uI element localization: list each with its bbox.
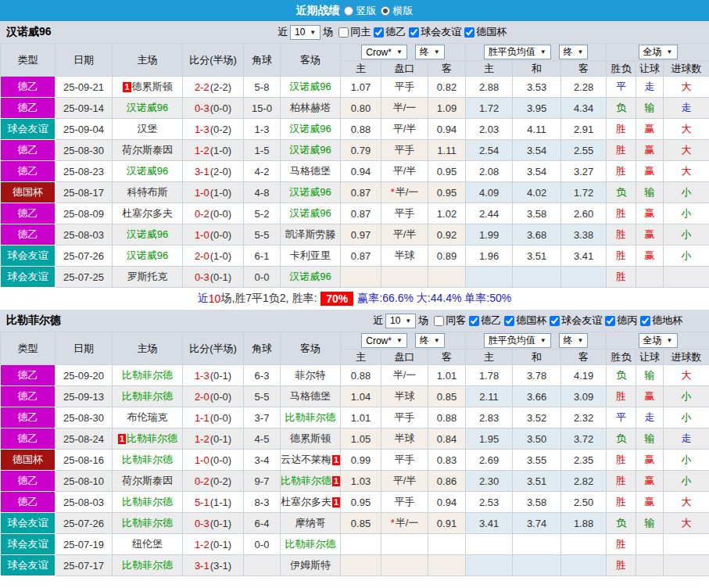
summary-stats: 赢率:66.6% 大:44.4% 单率:50% — [357, 292, 511, 306]
filter-checkbox-0[interactable]: 同客 — [434, 314, 466, 328]
euro-time-select[interactable]: 终▼ — [559, 45, 589, 59]
fulltime-score: 1-2 — [195, 433, 209, 445]
corner-cell: 6-1 — [244, 246, 281, 267]
filter-checkbox-2-label: 球会友谊 — [421, 25, 461, 39]
score-cell: 0-3(0-0) — [183, 98, 244, 119]
column-header-10: 和 — [513, 61, 561, 77]
layout-option-horizontal[interactable]: 横版 — [381, 4, 414, 18]
filter-checkbox-0[interactable]: 同主 — [338, 25, 371, 39]
layout-option-vertical[interactable]: 竖版 — [344, 4, 377, 18]
filter-checkbox-4-input[interactable] — [605, 316, 615, 326]
handicap-line: 平手 — [395, 411, 415, 423]
euro-draw-odds: 3.58 — [513, 203, 561, 224]
page: 近期战绩 竖版 横版 汉诺威96近10▼场同主德乙球会友谊德国杯类型日期主场比分… — [0, 0, 709, 576]
handicap-line-cell: 平/半 — [381, 119, 428, 140]
away-team-name: 云达不莱梅 — [281, 454, 331, 465]
away-team-cell: 德累斯顿 — [281, 428, 341, 450]
fulltime-scope-select[interactable]: 全场▼ — [639, 45, 678, 59]
euro-dropdowns: 胜平负均值▼终▼ — [466, 44, 607, 61]
filter-checkbox-2-input[interactable] — [409, 27, 419, 38]
results-table: 类型日期主场比分(半场)角球客场Crow*▼终▼胜平负均值▼终▼全场▼主盘口客主… — [0, 43, 709, 288]
home-team-cell: 比勒菲尔德 — [113, 450, 183, 471]
league-cell: 德乙 — [1, 365, 56, 386]
handicap-line: 半球 — [395, 390, 415, 402]
home-team-cell: 罗斯托克 — [113, 267, 183, 288]
league-cell: 德乙 — [1, 407, 56, 428]
away-team-cell: 凯泽斯劳滕 — [281, 224, 341, 246]
handicap-time-select[interactable]: 终▼ — [415, 333, 445, 348]
chevron-down-icon: ▼ — [667, 48, 673, 56]
euro-odds-select-value: 胜平负均值 — [489, 45, 535, 59]
score-cell: 1-2(1-0) — [183, 140, 244, 161]
filter-checkbox-3[interactable]: 德国杯 — [464, 25, 507, 39]
column-header-11: 客 — [561, 61, 607, 77]
fulltime-score: 5-1 — [195, 497, 209, 508]
score-cell: 2-2(2-2) — [183, 77, 244, 98]
handicap-away-odds: 0.94 — [428, 492, 466, 513]
euro-home-odds: 2.88 — [466, 77, 513, 98]
corner-cell: 3-7 — [244, 407, 281, 428]
filter-checkbox-2[interactable]: 德国杯 — [504, 314, 546, 328]
euro-odds-select[interactable]: 胜平负均值▼ — [484, 333, 551, 348]
filter-checkbox-5[interactable]: 德地杯 — [640, 314, 682, 328]
date-cell: 25-08-30 — [56, 407, 113, 428]
score-cell: 1-0(0-0) — [183, 450, 244, 471]
euro-draw-odds — [513, 267, 561, 288]
euro-home-odds: 4.09 — [466, 182, 513, 203]
match-count-select[interactable]: 10▼ — [385, 314, 416, 328]
scope-dropdown: 全场▼ — [607, 332, 709, 350]
column-header-6: 主 — [341, 61, 381, 77]
away-team-cell: 杜塞尔多夫1 — [281, 492, 341, 513]
filter-checkbox-1-input[interactable] — [374, 27, 384, 38]
date-cell: 25-08-24 — [56, 428, 113, 450]
filter-checkbox-3[interactable]: 球会友谊 — [550, 314, 602, 328]
filter-checkbox-2-input[interactable] — [504, 316, 514, 326]
horizontal-radio-icon[interactable] — [381, 6, 390, 16]
home-team-cell: 汉诺威96 — [113, 224, 183, 246]
halftime-score: (1-1) — [210, 497, 231, 508]
filter-checkbox-1[interactable]: 德乙 — [374, 25, 406, 39]
handicap-away-odds: 0.92 — [428, 224, 466, 246]
euro-home-odds: 1.95 — [466, 428, 513, 450]
filter-checkbox-1-input[interactable] — [469, 316, 479, 326]
result-cell: 平 — [607, 77, 636, 98]
score-cell: 1-2(0-1) — [183, 428, 244, 450]
away-team-cell: 摩纳哥 — [281, 513, 341, 534]
euro-away-odds: 4.34 — [561, 98, 607, 119]
handicap-home-odds: 1.04 — [341, 386, 381, 407]
match-row: 球会友谊25-07-17比勒菲尔德3-1(3-1)伊姆斯特胜 — [1, 555, 709, 576]
table-body: 德乙25-09-211德累斯顿2-2(2-2)5-8汉诺威961.07平手0.8… — [1, 77, 709, 288]
filter-checkbox-5-input[interactable] — [640, 316, 650, 326]
handicap-line-cell: 平/半 — [381, 224, 428, 246]
corner-cell: 4-2 — [244, 161, 281, 182]
filter-checkbox-3-input[interactable] — [464, 27, 474, 38]
bookmaker-select[interactable]: Crow*▼ — [361, 333, 407, 348]
filter-checkbox-4[interactable]: 德丙 — [605, 314, 637, 328]
filter-checkbox-0-input[interactable] — [338, 27, 349, 38]
handicap-line: 平手 — [395, 496, 415, 507]
league-cell: 德乙 — [1, 492, 56, 513]
date-cell: 25-08-03 — [56, 492, 113, 513]
handicap-home-odds: 1.03 — [341, 471, 381, 492]
away-team-cell: 汉诺威96 — [281, 267, 341, 288]
handicap-away-odds: 1.02 — [428, 203, 466, 224]
euro-odds-select[interactable]: 胜平负均值▼ — [484, 45, 551, 59]
away-team-name: 汉诺威96 — [289, 81, 331, 92]
handicap-time-select[interactable]: 终▼ — [415, 45, 445, 59]
home-team-name: 杜塞尔多夫 — [122, 207, 173, 219]
vertical-radio-icon[interactable] — [344, 6, 353, 16]
away-team-name: 伊姆斯特 — [290, 559, 331, 571]
column-header-2: 主场 — [113, 44, 183, 77]
euro-time-select[interactable]: 终▼ — [559, 333, 589, 348]
handicap-away-odds: 0.88 — [428, 407, 466, 428]
match-count-select[interactable]: 10▼ — [290, 25, 320, 40]
bookmaker-select[interactable]: Crow*▼ — [361, 45, 407, 59]
fulltime-score: 0-3 — [195, 518, 209, 529]
filter-checkbox-1[interactable]: 德乙 — [469, 314, 501, 328]
filter-checkbox-2[interactable]: 球会友谊 — [409, 25, 461, 39]
halftime-score: (0-1) — [210, 433, 231, 445]
filter-checkbox-0-input[interactable] — [434, 316, 444, 326]
filter-checkbox-3-input[interactable] — [550, 316, 560, 326]
fulltime-scope-select[interactable]: 全场▼ — [639, 333, 678, 348]
result-cell: 负 — [607, 365, 636, 386]
